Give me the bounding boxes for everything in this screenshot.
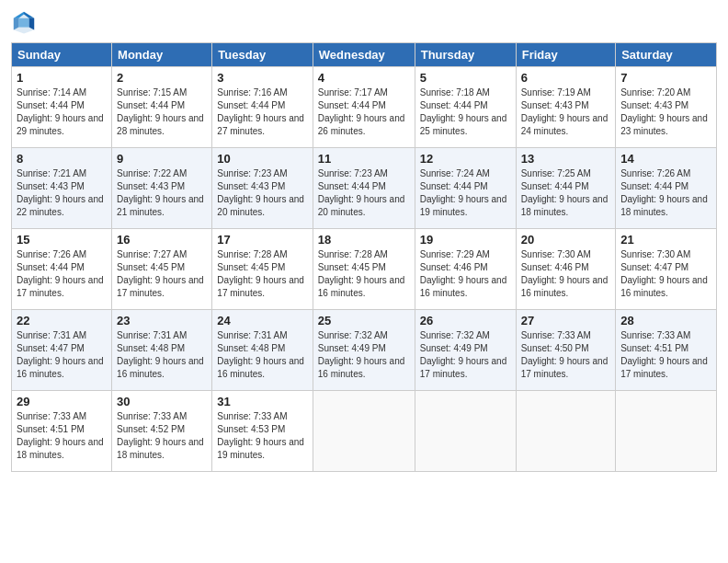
day-info: Sunrise: 7:30 AMSunset: 4:46 PMDaylight:…	[521, 248, 611, 300]
day-number: 4	[318, 71, 410, 85]
day-number: 30	[117, 395, 207, 408]
day-number: 24	[217, 314, 307, 327]
calendar-cell: 23Sunrise: 7:31 AMSunset: 4:48 PMDayligh…	[112, 310, 212, 391]
day-number: 25	[318, 314, 410, 327]
day-info: Sunrise: 7:23 AMSunset: 4:44 PMDaylight:…	[318, 167, 410, 219]
calendar-cell: 4Sunrise: 7:17 AMSunset: 4:44 PMDaylight…	[313, 67, 415, 148]
day-number: 20	[521, 233, 611, 247]
weekday-header-saturday: Saturday	[616, 43, 717, 67]
day-number: 22	[17, 314, 107, 327]
day-info: Sunrise: 7:26 AMSunset: 4:44 PMDaylight:…	[17, 248, 107, 300]
weekday-header-monday: Monday	[112, 43, 212, 67]
day-number: 15	[17, 233, 107, 247]
day-number: 29	[17, 395, 107, 408]
calendar-week-row: 15Sunrise: 7:26 AMSunset: 4:44 PMDayligh…	[12, 229, 717, 310]
day-number: 19	[420, 233, 511, 247]
day-number: 27	[521, 314, 611, 327]
day-number: 6	[521, 71, 611, 85]
calendar-cell: 28Sunrise: 7:33 AMSunset: 4:51 PMDayligh…	[616, 310, 717, 391]
calendar-cell: 18Sunrise: 7:28 AMSunset: 4:45 PMDayligh…	[313, 229, 415, 310]
day-number: 7	[620, 71, 711, 85]
day-info: Sunrise: 7:28 AMSunset: 4:45 PMDaylight:…	[318, 248, 410, 300]
calendar-cell: 1Sunrise: 7:14 AMSunset: 4:44 PMDaylight…	[12, 67, 112, 148]
weekday-header-row: SundayMondayTuesdayWednesdayThursdayFrid…	[12, 43, 717, 67]
calendar-cell: 9Sunrise: 7:22 AMSunset: 4:43 PMDaylight…	[112, 148, 212, 229]
calendar-cell: 8Sunrise: 7:21 AMSunset: 4:43 PMDaylight…	[12, 148, 112, 229]
day-number: 12	[420, 152, 511, 166]
svg-marker-5	[18, 18, 28, 28]
calendar-cell: 2Sunrise: 7:15 AMSunset: 4:44 PMDaylight…	[112, 67, 212, 148]
day-number: 10	[217, 152, 307, 166]
calendar-cell: 22Sunrise: 7:31 AMSunset: 4:47 PMDayligh…	[12, 310, 112, 391]
day-number: 9	[117, 152, 207, 166]
calendar-cell: 25Sunrise: 7:32 AMSunset: 4:49 PMDayligh…	[313, 310, 415, 391]
calendar-cell	[516, 391, 616, 472]
day-info: Sunrise: 7:18 AMSunset: 4:44 PMDaylight:…	[420, 86, 511, 138]
calendar-cell: 26Sunrise: 7:32 AMSunset: 4:49 PMDayligh…	[415, 310, 516, 391]
calendar-cell: 16Sunrise: 7:27 AMSunset: 4:45 PMDayligh…	[112, 229, 212, 310]
day-info: Sunrise: 7:26 AMSunset: 4:44 PMDaylight:…	[620, 167, 711, 219]
calendar-cell: 10Sunrise: 7:23 AMSunset: 4:43 PMDayligh…	[212, 148, 313, 229]
day-number: 13	[521, 152, 611, 166]
calendar-table: SundayMondayTuesdayWednesdayThursdayFrid…	[11, 42, 717, 472]
day-number: 23	[117, 314, 207, 327]
day-info: Sunrise: 7:19 AMSunset: 4:43 PMDaylight:…	[521, 86, 611, 138]
day-info: Sunrise: 7:17 AMSunset: 4:44 PMDaylight:…	[318, 86, 410, 138]
calendar-cell	[415, 391, 516, 472]
day-info: Sunrise: 7:30 AMSunset: 4:47 PMDaylight:…	[620, 248, 711, 300]
calendar-cell: 17Sunrise: 7:28 AMSunset: 4:45 PMDayligh…	[212, 229, 313, 310]
weekday-header-friday: Friday	[516, 43, 616, 67]
calendar-week-row: 1Sunrise: 7:14 AMSunset: 4:44 PMDaylight…	[12, 67, 717, 148]
day-number: 1	[17, 71, 107, 85]
calendar-cell: 6Sunrise: 7:19 AMSunset: 4:43 PMDaylight…	[516, 67, 616, 148]
day-info: Sunrise: 7:31 AMSunset: 4:48 PMDaylight:…	[117, 329, 207, 381]
calendar-cell: 19Sunrise: 7:29 AMSunset: 4:46 PMDayligh…	[415, 229, 516, 310]
day-number: 14	[620, 152, 711, 166]
day-info: Sunrise: 7:33 AMSunset: 4:53 PMDaylight:…	[217, 410, 307, 462]
day-number: 16	[117, 233, 207, 247]
day-info: Sunrise: 7:22 AMSunset: 4:43 PMDaylight:…	[117, 167, 207, 219]
calendar-week-row: 8Sunrise: 7:21 AMSunset: 4:43 PMDaylight…	[12, 148, 717, 229]
calendar-cell: 27Sunrise: 7:33 AMSunset: 4:50 PMDayligh…	[516, 310, 616, 391]
calendar-cell: 12Sunrise: 7:24 AMSunset: 4:44 PMDayligh…	[415, 148, 516, 229]
calendar-cell: 15Sunrise: 7:26 AMSunset: 4:44 PMDayligh…	[12, 229, 112, 310]
day-number: 8	[17, 152, 107, 166]
day-number: 21	[620, 233, 711, 247]
day-info: Sunrise: 7:31 AMSunset: 4:48 PMDaylight:…	[217, 329, 307, 381]
day-info: Sunrise: 7:33 AMSunset: 4:50 PMDaylight:…	[521, 329, 611, 381]
day-info: Sunrise: 7:33 AMSunset: 4:51 PMDaylight:…	[620, 329, 711, 381]
day-info: Sunrise: 7:33 AMSunset: 4:51 PMDaylight:…	[17, 410, 107, 462]
calendar-cell: 20Sunrise: 7:30 AMSunset: 4:46 PMDayligh…	[516, 229, 616, 310]
day-number: 26	[420, 314, 511, 327]
day-info: Sunrise: 7:28 AMSunset: 4:45 PMDaylight:…	[217, 248, 307, 300]
day-info: Sunrise: 7:27 AMSunset: 4:45 PMDaylight:…	[117, 248, 207, 300]
weekday-header-wednesday: Wednesday	[313, 43, 415, 67]
calendar-cell: 30Sunrise: 7:33 AMSunset: 4:52 PMDayligh…	[112, 391, 212, 472]
day-info: Sunrise: 7:21 AMSunset: 4:43 PMDaylight:…	[17, 167, 107, 219]
logo-icon	[11, 9, 37, 35]
day-number: 28	[620, 314, 711, 327]
day-info: Sunrise: 7:23 AMSunset: 4:43 PMDaylight:…	[217, 167, 307, 219]
calendar-week-row: 29Sunrise: 7:33 AMSunset: 4:51 PMDayligh…	[12, 391, 717, 472]
calendar-cell: 24Sunrise: 7:31 AMSunset: 4:48 PMDayligh…	[212, 310, 313, 391]
calendar-cell: 3Sunrise: 7:16 AMSunset: 4:44 PMDaylight…	[212, 67, 313, 148]
page-container: SundayMondayTuesdayWednesdayThursdayFrid…	[0, 0, 728, 481]
day-number: 31	[217, 395, 307, 408]
day-info: Sunrise: 7:14 AMSunset: 4:44 PMDaylight:…	[17, 86, 107, 138]
day-info: Sunrise: 7:15 AMSunset: 4:44 PMDaylight:…	[117, 86, 207, 138]
day-number: 11	[318, 152, 410, 166]
day-info: Sunrise: 7:32 AMSunset: 4:49 PMDaylight:…	[318, 329, 410, 381]
day-info: Sunrise: 7:31 AMSunset: 4:47 PMDaylight:…	[17, 329, 107, 381]
day-info: Sunrise: 7:20 AMSunset: 4:43 PMDaylight:…	[620, 86, 711, 138]
weekday-header-tuesday: Tuesday	[212, 43, 313, 67]
weekday-header-thursday: Thursday	[415, 43, 516, 67]
day-info: Sunrise: 7:24 AMSunset: 4:44 PMDaylight:…	[420, 167, 511, 219]
day-number: 3	[217, 71, 307, 85]
calendar-cell: 11Sunrise: 7:23 AMSunset: 4:44 PMDayligh…	[313, 148, 415, 229]
day-info: Sunrise: 7:32 AMSunset: 4:49 PMDaylight:…	[420, 329, 511, 381]
calendar-cell: 13Sunrise: 7:25 AMSunset: 4:44 PMDayligh…	[516, 148, 616, 229]
weekday-header-sunday: Sunday	[12, 43, 112, 67]
logo	[11, 9, 40, 35]
day-number: 5	[420, 71, 511, 85]
day-info: Sunrise: 7:33 AMSunset: 4:52 PMDaylight:…	[117, 410, 207, 462]
